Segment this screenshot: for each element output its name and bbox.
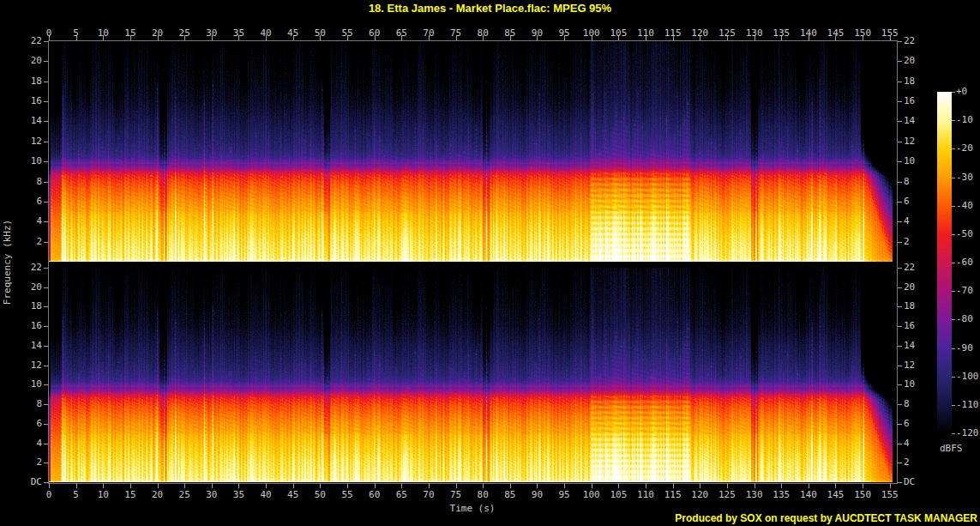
time-tick-mark [592, 483, 592, 488]
time-tick-label: 80 [470, 490, 496, 500]
colorbar-tick-mark [952, 120, 955, 121]
time-tick-label: 35 [225, 490, 251, 500]
time-tick-label: 15 [117, 490, 143, 500]
time-tick-label: 80 [470, 28, 496, 39]
time-tick-label: 75 [443, 28, 469, 39]
freq-tick-mark [44, 326, 48, 327]
freq-tick-mark [898, 444, 902, 444]
time-tick-mark [401, 483, 402, 488]
time-tick-mark [238, 483, 239, 488]
freq-tick-mark [898, 287, 902, 288]
time-tick-label: 90 [524, 28, 550, 39]
freq-tick-label: 4 [10, 438, 42, 449]
freq-tick-mark [898, 306, 902, 307]
time-tick-mark [320, 483, 321, 488]
time-tick-mark [673, 483, 674, 488]
freq-tick-label: 18 [904, 301, 935, 311]
time-tick-label: 40 [253, 490, 279, 500]
freq-tick-label: 18 [904, 76, 935, 87]
freq-tick-mark [44, 242, 48, 243]
time-tick-label: 145 [822, 490, 848, 500]
time-tick-label: 110 [633, 490, 658, 500]
colorbar-tick-mark [952, 291, 955, 292]
time-tick-label: 45 [280, 28, 306, 39]
time-tick-label: 140 [796, 28, 821, 39]
time-tick-label: 70 [416, 28, 442, 39]
time-tick-mark [184, 483, 185, 488]
time-tick-label: 65 [388, 28, 414, 39]
time-tick-label: 85 [497, 490, 523, 500]
colorbar-tick-label: -20 [956, 143, 973, 154]
time-axis-title: Time (s) [450, 503, 496, 514]
freq-tick-label: 20 [10, 282, 42, 293]
time-tick-mark [890, 483, 891, 488]
freq-tick-mark [44, 182, 48, 183]
time-tick-mark [266, 483, 267, 488]
freq-tick-label: 22 [10, 36, 42, 46]
freq-tick-label: 20 [904, 56, 935, 66]
freq-tick-label: 2 [10, 237, 42, 247]
time-tick-label: 0 [36, 490, 62, 500]
time-tick-mark [456, 483, 457, 488]
page-title: 18. Etta James - Market Place.flac: MPEG… [0, 2, 980, 15]
time-tick-mark [76, 483, 77, 488]
freq-tick-mark [44, 142, 48, 142]
colorbar-tick-mark [952, 377, 955, 378]
time-tick-label: 35 [225, 28, 251, 39]
freq-tick-label: 2 [904, 457, 935, 468]
freq-tick-mark [44, 424, 48, 425]
time-tick-mark [755, 483, 755, 488]
time-tick-mark [375, 483, 376, 488]
colorbar-tick-label: -50 [956, 229, 973, 239]
time-tick-label: 60 [362, 28, 388, 39]
time-tick-label: 140 [796, 490, 821, 500]
time-tick-label: 155 [877, 28, 903, 39]
freq-tick-mark [898, 346, 902, 347]
freq-tick-label: 10 [904, 379, 935, 390]
time-tick-label: 20 [145, 28, 171, 39]
time-tick-mark [727, 483, 728, 488]
freq-tick-mark [898, 366, 902, 366]
freq-tick-mark [44, 346, 48, 347]
freq-tick-label: 12 [10, 360, 42, 371]
colorbar-gradient [937, 92, 952, 433]
time-tick-label: 125 [714, 490, 740, 500]
time-tick-mark [618, 483, 619, 488]
colorbar-tick-mark [952, 234, 955, 235]
time-tick-mark [863, 483, 863, 488]
time-tick-label: 90 [524, 490, 550, 500]
freq-tick-mark [44, 384, 48, 385]
time-tick-label: 135 [768, 28, 794, 39]
freq-tick-mark [44, 82, 48, 82]
time-tick-mark [429, 483, 430, 488]
time-tick-label: 70 [416, 490, 442, 500]
time-tick-label: 55 [334, 28, 360, 39]
freq-tick-label: 16 [904, 321, 935, 331]
time-tick-label: 110 [633, 28, 658, 39]
time-tick-label: 125 [714, 28, 740, 39]
time-tick-mark [510, 483, 511, 488]
freq-tick-label: 22 [10, 263, 42, 273]
colorbar-tick-mark [952, 206, 955, 207]
freq-tick-mark [898, 221, 902, 222]
freq-tick-mark [898, 101, 902, 102]
time-tick-label: 105 [605, 490, 631, 500]
time-tick-label: 150 [850, 490, 875, 500]
freq-tick-label: 4 [10, 216, 42, 227]
freq-tick-label: 6 [10, 419, 42, 429]
freq-tick-mark [44, 161, 48, 162]
time-tick-mark [700, 483, 700, 488]
freq-tick-mark [44, 202, 48, 203]
freq-tick-mark [898, 121, 902, 122]
time-tick-label: 40 [253, 28, 279, 39]
time-tick-mark [646, 483, 646, 488]
time-tick-label: 55 [334, 490, 360, 500]
freq-tick-label: 14 [904, 116, 935, 126]
freq-tick-mark [44, 221, 48, 222]
freq-tick-mark [44, 404, 48, 405]
freq-tick-mark [898, 424, 902, 425]
freq-tick-mark [898, 242, 902, 243]
time-tick-label: 20 [145, 490, 171, 500]
freq-tick-mark [898, 404, 902, 405]
colorbar-tick-label: -100 [956, 372, 979, 382]
